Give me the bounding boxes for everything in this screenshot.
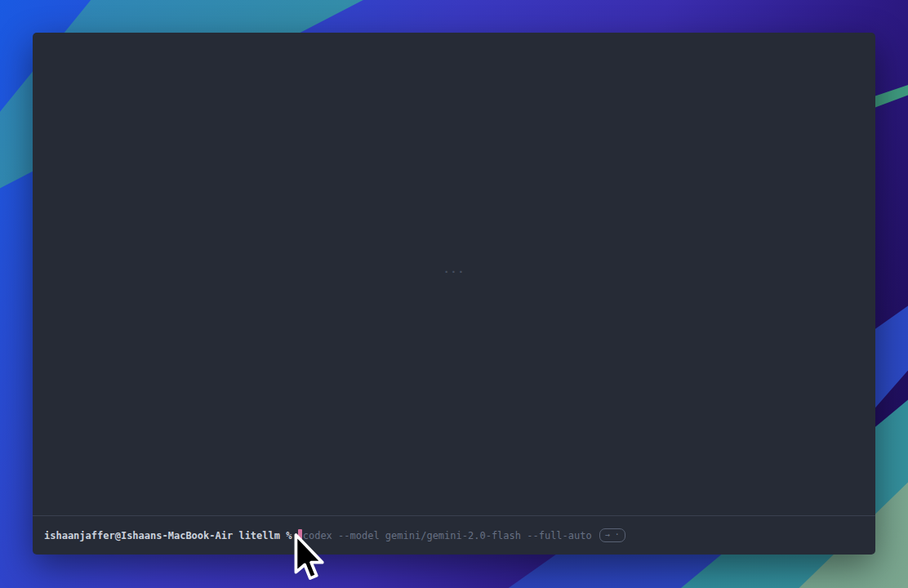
prompt-user-host: ishaanjaffer@Ishaans-MacBook-Air [44, 530, 233, 541]
desktop: ... ishaanjaffer@Ishaans-MacBook-Air lit… [0, 0, 908, 588]
autosuggestion-text[interactable]: codex --model gemini/gemini-2.0-flash --… [303, 530, 592, 541]
loading-dots: ... [443, 263, 465, 275]
prompt-symbol: % [286, 530, 292, 541]
terminal-output-area[interactable]: ... [33, 33, 875, 515]
command-input-line[interactable]: ishaanjaffer@Ishaans-MacBook-Air litellm… [33, 516, 875, 555]
tab-accept-badge[interactable]: → · [599, 528, 625, 543]
prompt-directory: litellm [238, 530, 280, 541]
text-cursor [298, 529, 302, 541]
wallpaper-green-streak [870, 85, 908, 108]
terminal-window: ... ishaanjaffer@Ishaans-MacBook-Air lit… [33, 33, 875, 555]
